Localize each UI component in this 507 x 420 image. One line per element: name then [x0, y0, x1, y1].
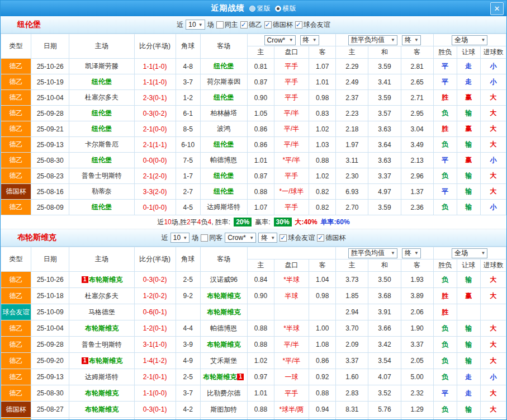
filter-checkbox-friendly[interactable]: 球会友谊 — [279, 233, 315, 243]
avg-draw: 3.42 — [368, 337, 401, 353]
avg-away: 2.05 — [401, 353, 433, 369]
match-date: 25-08-23 — [31, 168, 69, 184]
match-date: 25-08-27 — [31, 402, 69, 418]
odds-away: 1.07 — [309, 59, 336, 74]
filter-checkbox-cup[interactable]: 德国杯 — [317, 233, 345, 243]
away-team: 纽伦堡 — [200, 90, 247, 106]
team-name: 纽伦堡 — [214, 172, 234, 180]
avg-group-header: 胜平负均值▼ 终▼ — [336, 34, 433, 46]
league-type: 德乙 — [1, 106, 31, 121]
avg-draw: 3.68 — [368, 288, 401, 304]
odds-stage-select[interactable]: 终▼ — [258, 233, 277, 243]
match-count-select[interactable]: 10▼ — [186, 20, 205, 30]
team-name: 达姆斯塔特 — [207, 203, 240, 211]
result-cell: 小 — [480, 369, 506, 385]
avg-home: 2.29 — [336, 59, 368, 74]
result-cell: 赢 — [457, 153, 480, 168]
filter-checkbox-cup[interactable]: 德国杯 — [264, 20, 293, 30]
avg-stage-select[interactable]: 终▼ — [402, 35, 421, 45]
scope-group-header: 全场▼ — [433, 34, 506, 46]
col-date: 日期 — [31, 247, 69, 272]
filter-checkbox-same-home[interactable]: 同主 — [216, 20, 238, 30]
bookmaker-select[interactable]: Crow*▼ — [225, 233, 256, 243]
sub-col-handicap: 盘口 — [274, 46, 309, 59]
home-team: 普鲁士明斯特 — [69, 337, 134, 353]
result-cell: 大 — [480, 121, 506, 137]
corners: 3-9 — [176, 337, 200, 353]
close-button[interactable]: ✕ — [490, 2, 504, 15]
home-team: 布轮斯维克 — [69, 402, 134, 418]
result-cell: 负 — [433, 200, 457, 215]
odds-away: 1.03 — [309, 137, 336, 153]
match-count-select[interactable]: 10▼ — [170, 233, 189, 243]
scope-select[interactable]: 全场▼ — [452, 35, 487, 45]
stats-summary: 近10场,胜2平4负4, 胜率: — [157, 218, 230, 227]
layout-radio-horizontal[interactable]: 横版 — [275, 4, 296, 13]
match-row: 德乙25-08-30布轮斯维克1-1(0-0)3-7比勒费尔德1.01平手0.8… — [1, 385, 506, 402]
odds-away: 0.82 — [309, 184, 336, 200]
result-cell: 赢 — [457, 90, 480, 106]
bookmaker-select[interactable]: Crow*▼ — [264, 35, 296, 45]
chevron-down-icon: ▼ — [414, 37, 419, 43]
league-type: 德国杯 — [1, 184, 31, 200]
result-cell: 走 — [457, 74, 480, 90]
result-cell — [457, 304, 480, 320]
avg-odds-select[interactable]: 胜平负均值▼ — [348, 248, 397, 258]
league-type: 德乙 — [1, 320, 31, 337]
home-team: 杜塞尔多夫 — [69, 90, 134, 106]
handicap: 平/半 — [274, 106, 309, 121]
odds-home: 0.87 — [247, 74, 274, 90]
col-away: 客场 — [200, 247, 247, 272]
avg-draw: 3.52 — [368, 385, 401, 402]
checkbox-checked-icon — [279, 234, 287, 242]
avg-away: 3.37 — [401, 337, 433, 353]
sub-col-odds-away: 客 — [309, 46, 336, 59]
match-row: 德乙25-08-23普鲁士明斯特2-1(2-0)1-7纽伦堡0.87平手1.02… — [1, 168, 506, 184]
team-name: 布轮斯维克 — [207, 341, 240, 348]
avg-odds-select[interactable]: 胜平负均值▼ — [348, 35, 397, 45]
odds-home: 0.90 — [247, 90, 274, 106]
avg-away: 2.96 — [401, 168, 433, 184]
team-name-title: 布轮斯维克 — [17, 233, 56, 243]
sub-col-avg-away: 客 — [401, 46, 433, 59]
handicap: 平手 — [274, 168, 309, 184]
chevron-down-icon: ▼ — [414, 251, 419, 256]
avg-stage-select[interactable]: 终▼ — [402, 248, 421, 258]
away-team: 比勒费尔德 — [200, 385, 247, 402]
team-name-title: 纽伦堡 — [17, 20, 41, 30]
chevron-down-icon: ▼ — [391, 251, 395, 256]
odds-group-header: Crow*▼ 终▼ — [247, 34, 335, 46]
layout-radio-vertical[interactable]: 竖版 — [249, 4, 271, 13]
stats-bar: 近10场,胜2平4负4, 胜率: 20% 赢率: 30% 大:40% 单率:60… — [1, 215, 506, 229]
avg-away: 2.13 — [401, 153, 433, 168]
odds-stage-select[interactable]: 终▼ — [300, 35, 319, 45]
team-name: 勒蒂奈 — [92, 187, 112, 195]
league-type: 德乙 — [1, 369, 31, 385]
result-cell: 负 — [433, 353, 457, 369]
filter-checkbox-league[interactable]: 德乙 — [240, 20, 262, 30]
odds-home: 0.86 — [247, 121, 274, 137]
result-cell: 小 — [480, 153, 506, 168]
corners: 2-7 — [176, 184, 200, 200]
col-home: 主场 — [69, 247, 134, 272]
scope-group-header: 全场▼ — [433, 247, 506, 259]
handicap: 平手 — [274, 90, 309, 106]
odds-home: 0.88 — [247, 402, 274, 418]
odds-home: 1.05 — [247, 106, 274, 121]
match-date: 25-09-28 — [31, 337, 69, 353]
filter-checkbox-same-away[interactable]: 同客 — [201, 233, 222, 243]
result-cell — [480, 304, 506, 320]
corners: 3-7 — [176, 385, 200, 402]
scope-select[interactable]: 全场▼ — [452, 248, 487, 258]
sub-col-goals: 进球数 — [480, 259, 506, 272]
league-type: 德乙 — [1, 353, 31, 369]
sub-col-odds-home: 主 — [247, 259, 274, 272]
odds-away: 1.08 — [309, 337, 336, 353]
chevron-down-icon: ▼ — [198, 22, 203, 27]
filter-bar-2: 近 10▼ 场 同客 Crow*▼ 终▼ 球会友谊 德国杯 — [1, 233, 506, 243]
handicap: 平手 — [274, 74, 309, 90]
avg-away: 1.29 — [401, 402, 433, 418]
avg-draw: 3.63 — [368, 153, 401, 168]
score: 2-1(0-1) — [134, 369, 176, 385]
filter-checkbox-friendly[interactable]: 球会友谊 — [295, 20, 330, 30]
